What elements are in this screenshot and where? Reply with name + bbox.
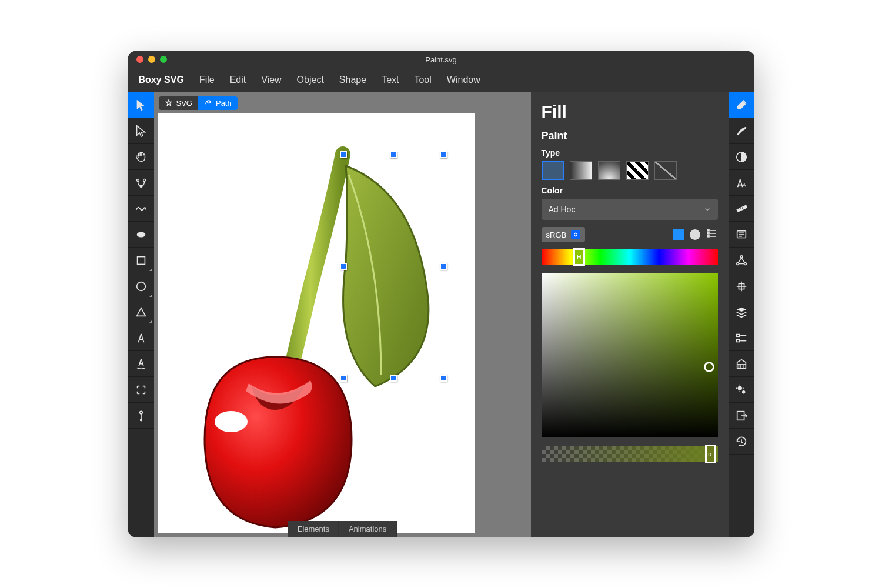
- bezier-tool[interactable]: [128, 170, 154, 196]
- text-tool[interactable]: [128, 325, 154, 351]
- anchor-tool[interactable]: [128, 403, 154, 429]
- direct-select-tool[interactable]: [128, 118, 154, 144]
- rectangle-tool[interactable]: [128, 248, 154, 273]
- svg-rect-15: [707, 235, 709, 237]
- traffic-lights: [136, 56, 167, 63]
- svg-point-3: [136, 232, 145, 237]
- breadcrumb-root[interactable]: SVG: [159, 96, 198, 110]
- geometry-panel-tab[interactable]: [729, 196, 754, 222]
- export-panel-tab[interactable]: [729, 403, 754, 429]
- paint-type-radial-gradient[interactable]: [598, 161, 620, 180]
- selection-handle[interactable]: [340, 375, 347, 382]
- svg-text:A: A: [742, 182, 746, 188]
- maximize-window-button[interactable]: [160, 56, 167, 63]
- alpha-thumb[interactable]: α: [705, 445, 716, 463]
- right-toolbar: A: [729, 92, 754, 537]
- paint-heading: Paint: [542, 130, 718, 142]
- tab-elements[interactable]: Elements: [288, 521, 339, 537]
- left-toolbar: [128, 92, 154, 537]
- view-tool[interactable]: [128, 377, 154, 403]
- breadcrumb: SVG Path: [154, 92, 531, 113]
- freehand-tool[interactable]: [128, 196, 154, 222]
- color-controls-row: sRGB: [542, 227, 718, 242]
- alpha-slider[interactable]: α: [542, 446, 718, 462]
- compositing-panel-tab[interactable]: [729, 144, 754, 170]
- picker-mode-sliders[interactable]: [706, 228, 718, 242]
- picker-mode-square[interactable]: [673, 229, 684, 240]
- paint-type-solid[interactable]: [542, 161, 564, 180]
- colorspace-value: sRGB: [546, 230, 567, 239]
- selection-handle[interactable]: [390, 151, 397, 158]
- history-panel-tab[interactable]: [729, 429, 754, 455]
- color-label: Color: [542, 186, 718, 195]
- fill-panel-tab[interactable]: [729, 92, 754, 118]
- app-name[interactable]: Boxy SVG: [139, 75, 184, 85]
- selection-handle[interactable]: [440, 151, 447, 158]
- elements-panel-tab[interactable]: [729, 325, 754, 351]
- svg-point-2: [140, 185, 142, 187]
- paint-type-none[interactable]: [654, 161, 677, 180]
- selection-handle[interactable]: [390, 375, 397, 382]
- meta-panel-tab[interactable]: [729, 222, 754, 248]
- close-window-button[interactable]: [136, 56, 143, 63]
- selection-handle[interactable]: [340, 263, 347, 270]
- chevron-down-icon: [704, 206, 711, 213]
- svg-point-26: [740, 255, 743, 258]
- menu-window[interactable]: Window: [447, 75, 480, 85]
- library-panel-tab[interactable]: [729, 351, 754, 377]
- pan-tool[interactable]: [128, 144, 154, 170]
- updown-icon: [571, 230, 580, 239]
- generators-panel-tab[interactable]: [729, 377, 754, 403]
- menu-tool[interactable]: Tool: [414, 75, 431, 85]
- blob-tool[interactable]: [128, 222, 154, 248]
- svg-rect-4: [137, 256, 145, 264]
- text-path-tool[interactable]: [128, 351, 154, 377]
- sv-thumb[interactable]: [704, 362, 714, 372]
- typography-panel-tab[interactable]: A: [729, 170, 754, 196]
- canvas-viewport[interactable]: Elements Animations: [154, 113, 531, 537]
- breadcrumb-leaf[interactable]: Path: [198, 96, 238, 110]
- svg-point-9: [215, 411, 248, 432]
- menu-edit[interactable]: Edit: [230, 75, 246, 85]
- saturation-value-picker[interactable]: [542, 273, 718, 437]
- arrange-panel-tab[interactable]: [729, 273, 754, 299]
- svg-point-28: [744, 262, 746, 265]
- selection-handle[interactable]: [340, 151, 347, 158]
- workspace: SVG Path: [128, 92, 754, 537]
- color-preset-value: Ad Hoc: [549, 205, 576, 214]
- svg-point-8: [140, 419, 142, 420]
- hue-thumb[interactable]: H: [573, 248, 585, 266]
- hue-slider[interactable]: H: [542, 249, 718, 265]
- select-tool[interactable]: [128, 92, 154, 118]
- app-window: Paint.svg Boxy SVG File Edit View Object…: [128, 51, 754, 537]
- selection-handle[interactable]: [440, 375, 447, 382]
- ellipse-tool[interactable]: [128, 273, 154, 299]
- svg-line-44: [741, 442, 743, 443]
- minimize-window-button[interactable]: [148, 56, 155, 63]
- colorspace-select[interactable]: sRGB: [542, 227, 586, 242]
- path-icon: [204, 99, 212, 107]
- paint-type-linear-gradient[interactable]: [570, 161, 592, 180]
- fill-heading: Fill: [542, 102, 718, 122]
- svg-point-0: [136, 179, 139, 181]
- selection-handle[interactable]: [440, 263, 447, 270]
- menu-view[interactable]: View: [261, 75, 281, 85]
- svg-point-6: [139, 411, 142, 414]
- menu-file[interactable]: File: [199, 75, 215, 85]
- svg-point-41: [741, 390, 745, 393]
- canvas[interactable]: [158, 113, 475, 533]
- svg-point-1: [143, 179, 145, 181]
- paint-type-pattern[interactable]: [626, 161, 649, 180]
- menu-text[interactable]: Text: [382, 75, 399, 85]
- color-preset-dropdown[interactable]: Ad Hoc: [542, 199, 718, 220]
- tab-animations[interactable]: Animations: [339, 521, 396, 537]
- menu-object[interactable]: Object: [297, 75, 324, 85]
- objects-panel-tab[interactable]: [729, 299, 754, 325]
- triangle-tool[interactable]: [128, 299, 154, 325]
- breadcrumb-leaf-label: Path: [216, 99, 232, 108]
- shape-panel-tab[interactable]: [729, 248, 754, 273]
- stroke-panel-tab[interactable]: [729, 118, 754, 144]
- menu-shape[interactable]: Shape: [339, 75, 366, 85]
- titlebar: Paint.svg: [128, 51, 754, 68]
- picker-mode-wheel[interactable]: [690, 229, 700, 240]
